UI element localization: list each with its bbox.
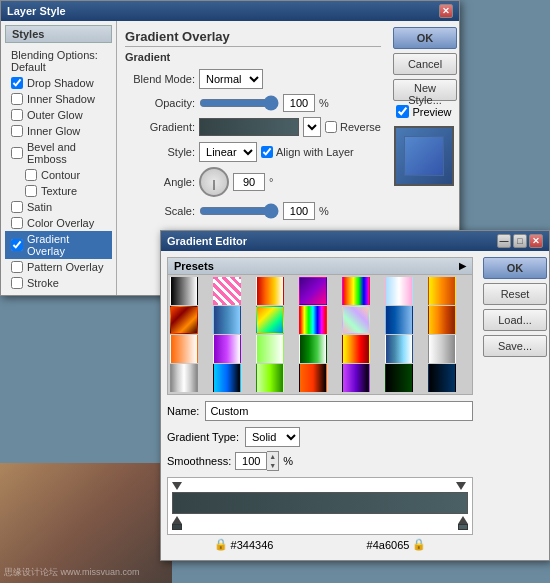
opacity-value[interactable] <box>283 94 315 112</box>
ge-save-button[interactable]: Save... <box>483 335 547 357</box>
preset-8[interactable] <box>213 306 241 334</box>
preset-21[interactable] <box>170 364 198 392</box>
drop-shadow-checkbox[interactable] <box>11 77 23 89</box>
ge-close-button[interactable]: ✕ <box>529 234 543 248</box>
bevel-emboss-item[interactable]: Bevel and Emboss <box>5 139 112 167</box>
preset-16[interactable] <box>256 335 284 363</box>
color-overlay-item[interactable]: Color Overlay <box>5 215 112 231</box>
blend-mode-select[interactable]: Normal Multiply Screen <box>199 69 263 89</box>
pattern-overlay-item[interactable]: Pattern Overlay <box>5 259 112 275</box>
ge-ok-button[interactable]: OK <box>483 257 547 279</box>
angle-dial[interactable] <box>199 167 229 197</box>
scale-value[interactable] <box>283 202 315 220</box>
preset-2[interactable] <box>256 277 284 305</box>
color-stop-right[interactable] <box>458 516 468 530</box>
stroke-checkbox[interactable] <box>11 277 23 289</box>
preset-9[interactable] <box>256 306 284 334</box>
gradient-row: Gradient: Reverse <box>125 117 381 137</box>
style-label: Style: <box>125 146 195 158</box>
ge-load-button[interactable]: Load... <box>483 309 547 331</box>
inner-glow-checkbox[interactable] <box>11 125 23 137</box>
gradient-overlay-item[interactable]: Gradient Overlay <box>5 231 112 259</box>
preset-15[interactable] <box>213 335 241 363</box>
preset-26[interactable] <box>385 364 413 392</box>
preset-11[interactable] <box>342 306 370 334</box>
ge-minimize-button[interactable]: — <box>497 234 511 248</box>
outer-glow-item[interactable]: Outer Glow <box>5 107 112 123</box>
preset-19[interactable] <box>385 335 413 363</box>
preview-inner <box>404 136 444 176</box>
inner-shadow-checkbox[interactable] <box>11 93 23 105</box>
preview-box <box>394 126 454 186</box>
preset-14[interactable] <box>170 335 198 363</box>
ge-maximize-button[interactable]: □ <box>513 234 527 248</box>
spinner-up[interactable]: ▲ <box>267 452 278 461</box>
blending-options-item[interactable]: Blending Options: Default <box>5 47 112 75</box>
presets-arrow[interactable]: ▶ <box>459 261 466 271</box>
outer-glow-checkbox[interactable] <box>11 109 23 121</box>
bevel-emboss-checkbox[interactable] <box>11 147 23 159</box>
satin-item[interactable]: Satin <box>5 199 112 215</box>
preview-checkbox[interactable] <box>396 105 409 118</box>
smoothness-value[interactable] <box>235 452 267 470</box>
style-select[interactable]: Linear Radial Angle <box>199 142 257 162</box>
drop-shadow-item[interactable]: Drop Shadow <box>5 75 112 91</box>
ok-button[interactable]: OK <box>393 27 457 49</box>
color-stop-left[interactable] <box>172 516 182 530</box>
preset-12[interactable] <box>385 306 413 334</box>
gradient-preview[interactable] <box>199 118 299 136</box>
contour-item[interactable]: Contour <box>5 167 112 183</box>
inner-shadow-item[interactable]: Inner Shadow <box>5 91 112 107</box>
ge-reset-button[interactable]: Reset <box>483 283 547 305</box>
preset-24[interactable] <box>299 364 327 392</box>
opacity-slider[interactable] <box>199 96 279 110</box>
preset-1[interactable] <box>213 277 241 305</box>
texture-checkbox[interactable] <box>25 185 37 197</box>
angle-value[interactable] <box>233 173 265 191</box>
preset-6[interactable] <box>428 277 456 305</box>
inner-glow-item[interactable]: Inner Glow <box>5 123 112 139</box>
preset-18[interactable] <box>342 335 370 363</box>
opacity-stop-right[interactable] <box>456 482 466 490</box>
lock-icon-right: 🔒 <box>412 538 426 551</box>
preset-13[interactable] <box>428 306 456 334</box>
preset-22[interactable] <box>213 364 241 392</box>
gradient-arrow[interactable] <box>303 117 321 137</box>
pattern-overlay-checkbox[interactable] <box>11 261 23 273</box>
reverse-checkbox[interactable] <box>325 121 337 133</box>
gradient-type-select[interactable]: Solid Noise <box>245 427 300 447</box>
color-overlay-checkbox[interactable] <box>11 217 23 229</box>
contour-checkbox[interactable] <box>25 169 37 181</box>
preset-0[interactable] <box>170 277 198 305</box>
close-button[interactable]: ✕ <box>439 4 453 18</box>
title-bar-controls: ✕ <box>439 4 453 18</box>
preset-7[interactable] <box>170 306 198 334</box>
align-checkbox[interactable] <box>261 146 273 158</box>
spinner-down[interactable]: ▼ <box>267 461 278 470</box>
preset-20[interactable] <box>428 335 456 363</box>
cancel-button[interactable]: Cancel <box>393 53 457 75</box>
preset-3[interactable] <box>299 277 327 305</box>
smoothness-input-group: ▲ ▼ <box>235 451 279 471</box>
preset-27[interactable] <box>428 364 456 392</box>
gradient-overlay-checkbox[interactable] <box>11 239 23 251</box>
gradient-bar[interactable] <box>172 492 468 514</box>
angle-label: Angle: <box>125 176 195 188</box>
angle-row: Angle: ° <box>125 167 381 197</box>
smoothness-spinner[interactable]: ▲ ▼ <box>267 451 279 471</box>
texture-item[interactable]: Texture <box>5 183 112 199</box>
preset-23[interactable] <box>256 364 284 392</box>
stroke-item[interactable]: Stroke <box>5 275 112 291</box>
preset-5[interactable] <box>385 277 413 305</box>
ge-body: Presets ▶ <box>161 251 549 560</box>
scale-slider[interactable] <box>199 204 279 218</box>
preset-17[interactable] <box>299 335 327 363</box>
new-style-button[interactable]: New Style... <box>393 79 457 101</box>
opacity-stop-left[interactable] <box>172 482 182 490</box>
preset-25[interactable] <box>342 364 370 392</box>
styles-header[interactable]: Styles <box>5 25 112 43</box>
name-input[interactable] <box>205 401 473 421</box>
satin-checkbox[interactable] <box>11 201 23 213</box>
preset-4[interactable] <box>342 277 370 305</box>
preset-10[interactable] <box>299 306 327 334</box>
